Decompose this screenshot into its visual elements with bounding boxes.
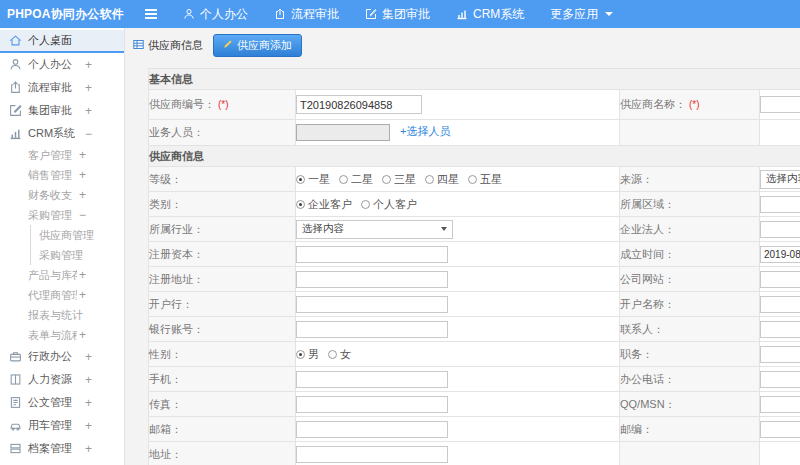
nav-item-more-apps[interactable]: 更多应用 xyxy=(550,6,613,23)
app-logo: PHPOA协同办公软件 xyxy=(0,6,125,23)
fax-input[interactable] xyxy=(296,396,448,413)
registered-address-label: 注册地址： xyxy=(149,267,296,292)
region-input[interactable] xyxy=(760,196,800,213)
sidebar-item-group-approval[interactable]: 集团审批 + xyxy=(0,99,124,122)
expand-toggle[interactable]: + xyxy=(83,419,92,433)
expand-toggle[interactable]: + xyxy=(83,350,92,364)
established-date-input[interactable] xyxy=(760,246,800,263)
contact-input[interactable] xyxy=(760,321,800,338)
sidebar-item-personal-office[interactable]: 个人办公 + xyxy=(0,53,124,76)
expand-toggle[interactable]: + xyxy=(83,396,92,410)
nav-item-crm-system[interactable]: CRM系统 xyxy=(456,6,524,23)
caret-down-icon xyxy=(441,227,447,231)
website-input[interactable] xyxy=(760,271,800,288)
nav-item-group-approval[interactable]: 集团审批 xyxy=(365,6,430,23)
sidebar-item-product-inventory[interactable]: 产品与库存 + xyxy=(0,265,124,285)
collapse-toggle[interactable]: − xyxy=(83,127,92,141)
sidebar-item-finance[interactable]: 财务收支 + xyxy=(0,185,124,205)
sidebar-item-admin-office[interactable]: 行政办公 + xyxy=(0,345,124,368)
level-radio-4star[interactable]: 四星 xyxy=(425,172,459,187)
sidebar-item-personal-desktop[interactable]: 个人桌面 xyxy=(0,30,124,53)
sidebar-item-reports-stats[interactable]: 报表与统计 xyxy=(0,305,124,325)
radio-icon xyxy=(382,175,391,184)
expand-toggle[interactable]: + xyxy=(83,373,92,387)
nav-item-workflow-approval[interactable]: 流程审批 xyxy=(274,6,339,23)
sidebar-item-form-workflow-settings[interactable]: 表单与流程设置 + xyxy=(0,325,124,345)
sidebar-item-purchase-mgmt-sub[interactable]: 采购管理 xyxy=(30,245,124,265)
tab-supplier-add-button[interactable]: 供应商添加 xyxy=(213,34,302,57)
car-icon xyxy=(9,419,22,432)
empty-field-cell xyxy=(760,442,800,465)
bank-input[interactable] xyxy=(296,296,448,313)
level-radio-5star[interactable]: 五星 xyxy=(468,172,502,187)
gender-radio-female[interactable]: 女 xyxy=(328,347,351,362)
registered-capital-label: 注册资本： xyxy=(149,242,296,267)
sidebar-item-hr[interactable]: 人力资源 + xyxy=(0,368,124,391)
expand-toggle[interactable]: + xyxy=(77,288,86,302)
bank-account-input[interactable] xyxy=(296,321,448,338)
expand-toggle[interactable]: + xyxy=(83,104,92,118)
top-nav: 个人办公 流程审批 集团审批 CRM系统 更多应用 xyxy=(183,6,639,23)
office-phone-input[interactable] xyxy=(760,371,800,388)
source-label: 来源： xyxy=(620,167,760,192)
sidebar-item-vehicle-mgmt[interactable]: 用车管理 + xyxy=(0,414,124,437)
gender-radio-male[interactable]: 男 xyxy=(296,347,319,362)
contact-label: 联系人： xyxy=(620,317,760,342)
sidebar-item-workflow-approval[interactable]: 流程审批 + xyxy=(0,76,124,99)
collapse-toggle[interactable]: − xyxy=(77,208,86,222)
empty-field-cell xyxy=(760,120,800,146)
archive-icon xyxy=(9,442,22,455)
email-input[interactable] xyxy=(296,421,448,438)
level-radio-group: 一星 二星 三星 四星 五星 xyxy=(296,172,619,187)
sidebar-item-supplier-mgmt[interactable]: 供应商管理 xyxy=(30,225,124,245)
sidebar-item-sales-mgmt[interactable]: 销售管理 + xyxy=(0,165,124,185)
tab-bar: 供应商信息 供应商添加 xyxy=(125,28,800,62)
book-icon xyxy=(9,373,22,386)
sidebar-item-agent-mgmt[interactable]: 代理商管理 + xyxy=(0,285,124,305)
tab-supplier-info[interactable]: 供应商信息 xyxy=(133,38,203,53)
email-label: 邮箱： xyxy=(149,417,296,442)
expand-toggle[interactable]: + xyxy=(77,188,86,202)
source-select[interactable]: 选择内容 xyxy=(760,170,800,189)
postcode-input[interactable] xyxy=(760,421,800,438)
supplier-name-input[interactable] xyxy=(760,96,800,113)
table-icon xyxy=(133,39,144,52)
registered-address-input[interactable] xyxy=(296,271,448,288)
radio-icon xyxy=(361,200,370,209)
chart-icon xyxy=(9,127,22,140)
sales-person-box[interactable] xyxy=(296,124,390,141)
nav-item-personal-office[interactable]: 个人办公 xyxy=(183,6,248,23)
menu-icon[interactable] xyxy=(145,7,157,21)
expand-toggle[interactable]: + xyxy=(77,328,86,342)
address-input[interactable] xyxy=(296,446,448,463)
category-radio-personal[interactable]: 个人客户 xyxy=(361,197,417,212)
mobile-input[interactable] xyxy=(296,371,448,388)
expand-toggle[interactable]: + xyxy=(77,268,86,282)
sidebar-item-crm-system[interactable]: CRM系统 − xyxy=(0,122,124,145)
legal-person-input[interactable] xyxy=(760,221,800,238)
app-window: PHPOA协同办公软件 个人办公 流程审批 集团审批 CRM系统 更多应用 xyxy=(0,0,800,465)
sidebar-item-document-mgmt[interactable]: 公文管理 + xyxy=(0,391,124,414)
expand-toggle[interactable]: + xyxy=(77,168,86,182)
level-radio-2star[interactable]: 二星 xyxy=(339,172,373,187)
position-input[interactable] xyxy=(760,346,800,363)
sidebar-item-purchase-mgmt[interactable]: 采购管理 − xyxy=(0,205,124,225)
industry-select[interactable]: 选择内容 xyxy=(296,220,453,239)
expand-toggle[interactable]: + xyxy=(83,81,92,95)
level-radio-3star[interactable]: 三星 xyxy=(382,172,416,187)
expand-toggle[interactable]: + xyxy=(83,58,92,72)
choose-person-link[interactable]: +选择人员 xyxy=(400,125,450,137)
sidebar-item-archive-mgmt[interactable]: 档案管理 + xyxy=(0,437,124,460)
qq-msn-label: QQ/MSN： xyxy=(620,392,760,417)
region-label: 所属区域： xyxy=(620,192,760,217)
registered-capital-input[interactable] xyxy=(296,246,448,263)
category-radio-company[interactable]: 企业客户 xyxy=(296,197,352,212)
level-radio-1star[interactable]: 一星 xyxy=(296,172,330,187)
account-name-input[interactable] xyxy=(760,296,800,313)
supplier-code-input[interactable] xyxy=(296,95,422,114)
expand-toggle[interactable]: + xyxy=(83,442,92,456)
expand-toggle[interactable]: + xyxy=(77,148,86,162)
content-area: 供应商信息 供应商添加 基本信息 供应商编号：(*) 供应商名称：(* xyxy=(125,28,800,465)
sidebar-item-customer-mgmt[interactable]: 客户管理 + xyxy=(0,145,124,165)
qq-msn-input[interactable] xyxy=(760,396,800,413)
